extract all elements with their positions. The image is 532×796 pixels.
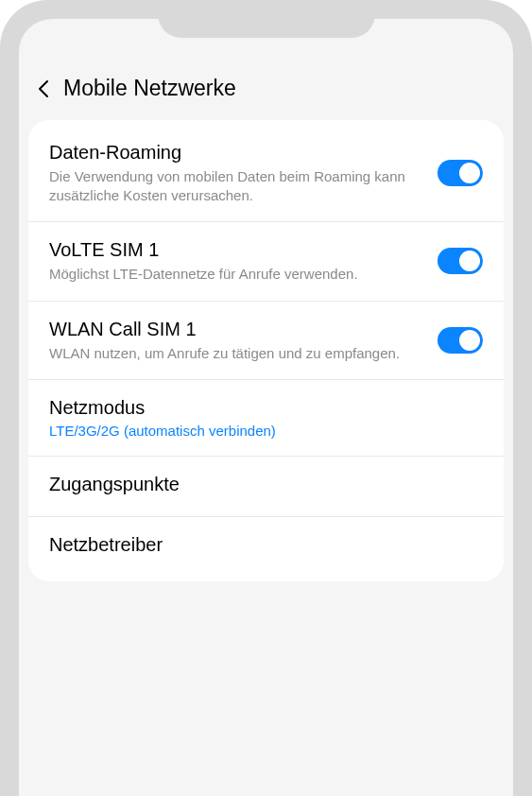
toggle-wlan-call[interactable]	[438, 327, 483, 354]
list-item-netzbetreiber[interactable]: Netzbetreiber	[28, 517, 504, 577]
screen: Mobile Netzwerke Daten-Roaming Die Verwe…	[19, 19, 513, 796]
item-value: LTE/3G/2G (automatisch verbinden)	[49, 423, 469, 439]
item-description: Möglichst LTE-Datennetze für Anrufe verw…	[49, 265, 423, 284]
list-item-data-roaming[interactable]: Daten-Roaming Die Verwendung von mobilen…	[28, 125, 504, 222]
item-content: Netzmodus LTE/3G/2G (automatisch verbind…	[49, 397, 483, 439]
item-title: Netzbetreiber	[49, 534, 469, 556]
item-content: WLAN Call SIM 1 WLAN nutzen, um Anrufe z…	[49, 319, 438, 363]
item-title: Daten-Roaming	[49, 142, 423, 164]
toggle-data-roaming[interactable]	[438, 160, 483, 186]
list-item-volte[interactable]: VoLTE SIM 1 Möglichst LTE-Datennetze für…	[28, 222, 504, 302]
item-title: Zugangspunkte	[49, 474, 469, 495]
item-content: Zugangspunkte	[49, 474, 483, 499]
item-description: Die Verwendung von mobilen Daten beim Ro…	[49, 167, 423, 204]
item-content: Netzbetreiber	[49, 534, 483, 560]
list-item-zugangspunkte[interactable]: Zugangspunkte	[28, 457, 504, 517]
settings-list: Daten-Roaming Die Verwendung von mobilen…	[28, 120, 504, 581]
list-item-netzmodus[interactable]: Netzmodus LTE/3G/2G (automatisch verbind…	[28, 380, 504, 457]
item-description: WLAN nutzen, um Anrufe zu tätigen und zu…	[49, 344, 423, 363]
phone-frame: Mobile Netzwerke Daten-Roaming Die Verwe…	[0, 0, 532, 796]
list-item-wlan-call[interactable]: WLAN Call SIM 1 WLAN nutzen, um Anrufe z…	[28, 302, 504, 381]
item-title: Netzmodus	[49, 397, 469, 419]
item-title: VoLTE SIM 1	[49, 239, 423, 261]
item-content: Daten-Roaming Die Verwendung von mobilen…	[49, 142, 438, 204]
notch	[158, 0, 375, 38]
back-icon[interactable]	[38, 79, 49, 98]
item-content: VoLTE SIM 1 Möglichst LTE-Datennetze für…	[49, 239, 438, 284]
page-title: Mobile Netzwerke	[63, 76, 236, 101]
toggle-volte[interactable]	[438, 248, 483, 274]
item-title: WLAN Call SIM 1	[49, 319, 423, 340]
